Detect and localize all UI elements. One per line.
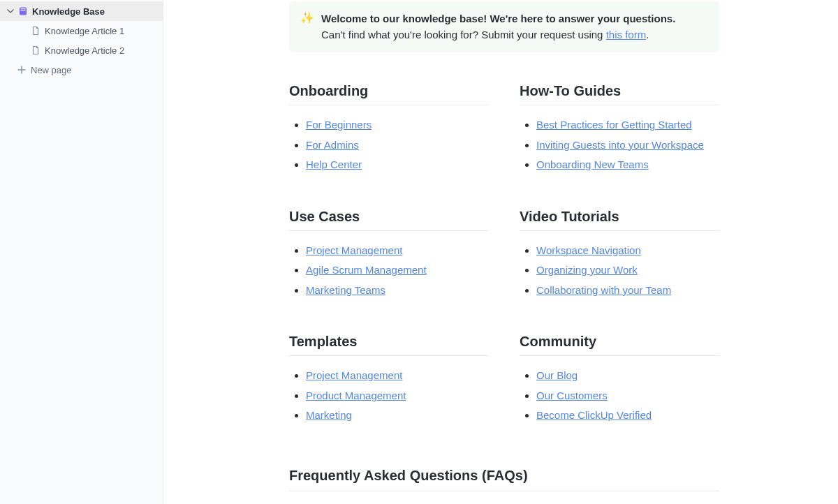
section-link[interactable]: Best Practices for Getting Started [536,119,692,131]
faq-item[interactable]: Question [289,501,719,505]
section-onboarding: Onboarding For Beginners For Admins Help… [289,83,489,175]
list-item: Project Management [306,366,489,386]
chevron-down-icon [7,8,14,15]
section-title: Community [520,334,719,356]
section-list: Workspace Navigation Organizing your Wor… [520,241,719,301]
section-title: How-To Guides [520,83,719,105]
section-title: Video Tutorials [520,209,719,231]
section-link[interactable]: Marketing [306,409,352,421]
svg-rect-2 [21,10,26,10]
welcome-bold: Welcome to our knowledge base! We're her… [321,13,675,24]
sidebar-root-item[interactable]: Knowledge Base [0,1,163,21]
list-item: Onboarding New Teams [536,155,719,175]
list-item: Product Management [306,386,489,406]
section-link[interactable]: Help Center [306,158,362,170]
section-list: Project Management Product Management Ma… [289,366,489,426]
main-content: ✨ Welcome to our knowledge base! We're h… [163,0,838,504]
sidebar-root-label: Knowledge Base [32,6,105,17]
welcome-text: Welcome to our knowledge base! We're her… [321,11,675,43]
document-icon [31,26,41,36]
section-link[interactable]: Inviting Guests into your Workspace [536,139,704,151]
welcome-banner: ✨ Welcome to our knowledge base! We're h… [289,1,719,52]
list-item: Our Customers [536,386,719,406]
section-link[interactable]: Our Blog [536,369,578,381]
list-item: Best Practices for Getting Started [536,115,719,135]
new-page-label: New page [31,65,72,75]
section-link[interactable]: Onboarding New Teams [536,158,649,170]
welcome-line2-prefix: Can't find what you're looking for? Subm… [321,29,606,40]
list-item: Agile Scrum Management [306,260,489,281]
sidebar-item-label: Knowledge Article 2 [45,45,124,56]
section-link[interactable]: Project Management [306,244,402,256]
sidebar-item-label: Knowledge Article 1 [45,26,124,36]
plus-icon [17,65,27,75]
list-item: Collaborating with your Team [536,281,719,301]
list-item: For Admins [306,135,489,156]
list-item: Help Center [306,155,489,175]
section-link[interactable]: For Beginners [306,119,372,131]
section-howto-guides: How-To Guides Best Practices for Getting… [520,83,719,175]
section-video-tutorials: Video Tutorials Workspace Navigation Org… [520,209,719,301]
section-list: Project Management Agile Scrum Managemen… [289,241,489,301]
section-link[interactable]: Agile Scrum Management [306,264,427,276]
list-item: Inviting Guests into your Workspace [536,135,719,156]
section-link[interactable]: Product Management [306,390,406,401]
section-link[interactable]: Organizing your Work [536,264,638,276]
list-item: Our Blog [536,366,719,386]
document-icon [31,45,41,55]
section-list: Our Blog Our Customers Become ClickUp Ve… [520,366,719,426]
section-link[interactable]: Become ClickUp Verified [536,409,652,421]
section-list: Best Practices for Getting Started Invit… [520,115,719,175]
new-page-button[interactable]: New page [0,60,163,80]
list-item: Become ClickUp Verified [536,406,719,426]
list-item: Marketing [306,406,489,426]
sections-grid: Onboarding For Beginners For Admins Help… [289,83,719,426]
form-link[interactable]: this form [606,29,647,40]
section-link[interactable]: Workspace Navigation [536,244,641,256]
section-title: Templates [289,334,489,356]
section-list: For Beginners For Admins Help Center [289,115,489,175]
list-item: For Beginners [306,115,489,135]
book-icon [18,6,28,16]
section-community: Community Our Blog Our Customers Become … [520,334,719,426]
faq-heading: Frequently Asked Questions (FAQs) [289,468,719,491]
section-use-cases: Use Cases Project Management Agile Scrum… [289,209,489,301]
svg-rect-1 [21,8,26,9]
section-link[interactable]: Marketing Teams [306,284,385,296]
sidebar: Knowledge Base Knowledge Article 1 Knowl… [0,0,163,504]
list-item: Workspace Navigation [536,241,719,261]
section-link[interactable]: Collaborating with your Team [536,284,671,296]
list-item: Organizing your Work [536,260,719,281]
section-link[interactable]: Project Management [306,369,402,381]
sidebar-item-article-1[interactable]: Knowledge Article 1 [0,21,163,40]
welcome-line2-suffix: . [646,29,649,40]
section-title: Use Cases [289,209,489,231]
list-item: Marketing Teams [306,281,489,301]
section-templates: Templates Project Management Product Man… [289,334,489,426]
list-item: Project Management [306,241,489,261]
sidebar-item-article-2[interactable]: Knowledge Article 2 [0,40,163,60]
section-title: Onboarding [289,83,489,105]
sparkle-icon: ✨ [300,11,314,43]
section-link[interactable]: Our Customers [536,390,608,401]
section-link[interactable]: For Admins [306,139,359,151]
